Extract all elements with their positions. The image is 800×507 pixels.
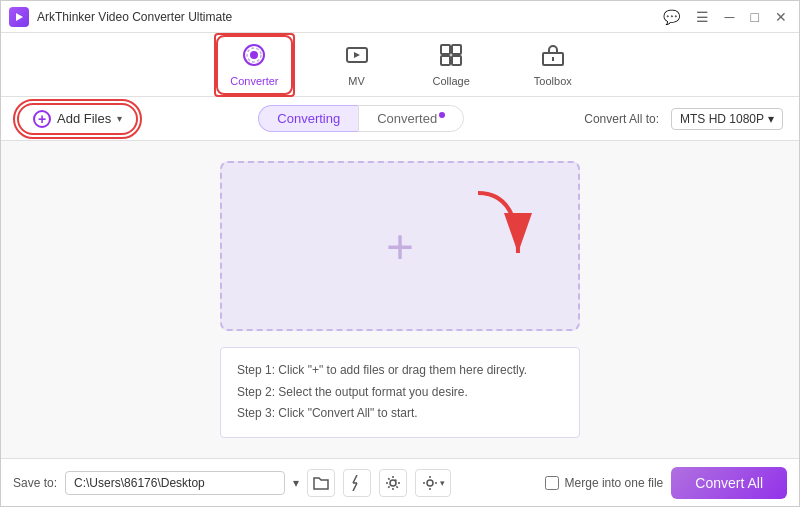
svg-rect-7	[441, 56, 450, 65]
toolbox-icon	[541, 43, 565, 73]
collage-label: Collage	[433, 75, 470, 87]
app-title: ArkThinker Video Converter Ultimate	[37, 10, 659, 24]
footer: Save to: ▾ ▾ Merge into one file Convert…	[1, 458, 799, 506]
convert-all-to-label: Convert All to:	[584, 112, 659, 126]
settings-button[interactable]	[379, 469, 407, 497]
merge-checkbox[interactable]	[545, 476, 559, 490]
toolbox-label: Toolbox	[534, 75, 572, 87]
nav-item-toolbox[interactable]: Toolbox	[522, 37, 584, 93]
add-files-chevron-icon: ▾	[117, 113, 122, 124]
nav-item-mv[interactable]: MV	[333, 37, 381, 93]
add-files-button[interactable]: + Add Files ▾	[17, 103, 138, 135]
converted-dot	[439, 112, 445, 118]
convert-all-button[interactable]: Convert All	[671, 467, 787, 499]
settings2-button[interactable]: ▾	[415, 469, 451, 497]
step3-text: Step 3: Click "Convert All" to start.	[237, 403, 563, 425]
drop-zone[interactable]: +	[220, 161, 580, 331]
window-controls: 💬 ☰ ─ □ ✕	[659, 7, 791, 27]
collage-icon	[439, 43, 463, 73]
nav-item-collage[interactable]: Collage	[421, 37, 482, 93]
toolbar: + Add Files ▾ Converting Converted Conve…	[1, 97, 799, 141]
svg-marker-0	[16, 13, 23, 21]
convert-all-chevron-icon: ▾	[768, 112, 774, 126]
steps-box: Step 1: Click "+" to add files or drag t…	[220, 347, 580, 438]
convert-all-value: MTS HD 1080P	[680, 112, 764, 126]
tab-converting[interactable]: Converting	[258, 105, 358, 132]
save-path-chevron[interactable]: ▾	[293, 476, 299, 490]
converter-icon	[242, 43, 266, 73]
flash-button[interactable]	[343, 469, 371, 497]
svg-line-12	[353, 475, 357, 483]
svg-point-2	[250, 51, 258, 59]
save-to-label: Save to:	[13, 476, 57, 490]
drop-zone-plus-icon: +	[386, 219, 414, 274]
settings2-chevron: ▾	[440, 478, 445, 488]
add-files-plus-icon: +	[33, 110, 51, 128]
svg-point-16	[427, 480, 433, 486]
close-button[interactable]: ✕	[771, 7, 791, 27]
converting-label: Converting	[277, 111, 340, 126]
step2-text: Step 2: Select the output format you des…	[237, 382, 563, 404]
title-bar: ArkThinker Video Converter Ultimate 💬 ☰ …	[1, 1, 799, 33]
merge-container: Merge into one file	[545, 476, 664, 490]
step1-text: Step 1: Click "+" to add files or drag t…	[237, 360, 563, 382]
save-path-input[interactable]	[65, 471, 285, 495]
main-content: + Step 1: Click "+" to add files or drag…	[1, 141, 799, 458]
maximize-button[interactable]: □	[747, 7, 763, 27]
mv-icon	[345, 43, 369, 73]
convert-all-button-label: Convert All	[695, 475, 763, 491]
svg-rect-5	[441, 45, 450, 54]
folder-button[interactable]	[307, 469, 335, 497]
svg-rect-8	[452, 56, 461, 65]
red-arrow	[458, 183, 538, 283]
converted-label: Converted	[377, 111, 437, 126]
convert-all-select[interactable]: MTS HD 1080P ▾	[671, 108, 783, 130]
menu-icon[interactable]: ☰	[692, 7, 713, 27]
add-files-label: Add Files	[57, 111, 111, 126]
chat-icon[interactable]: 💬	[659, 7, 684, 27]
mv-label: MV	[348, 75, 365, 87]
svg-line-14	[353, 483, 357, 491]
minimize-button[interactable]: ─	[721, 7, 739, 27]
nav-item-converter[interactable]: Converter	[216, 35, 292, 95]
nav-bar: Converter MV Collage	[1, 33, 799, 97]
svg-rect-6	[452, 45, 461, 54]
tab-converted[interactable]: Converted	[358, 105, 464, 132]
tabs-container: Converting Converted	[150, 105, 572, 132]
app-logo	[9, 7, 29, 27]
converter-label: Converter	[230, 75, 278, 87]
merge-label: Merge into one file	[565, 476, 664, 490]
